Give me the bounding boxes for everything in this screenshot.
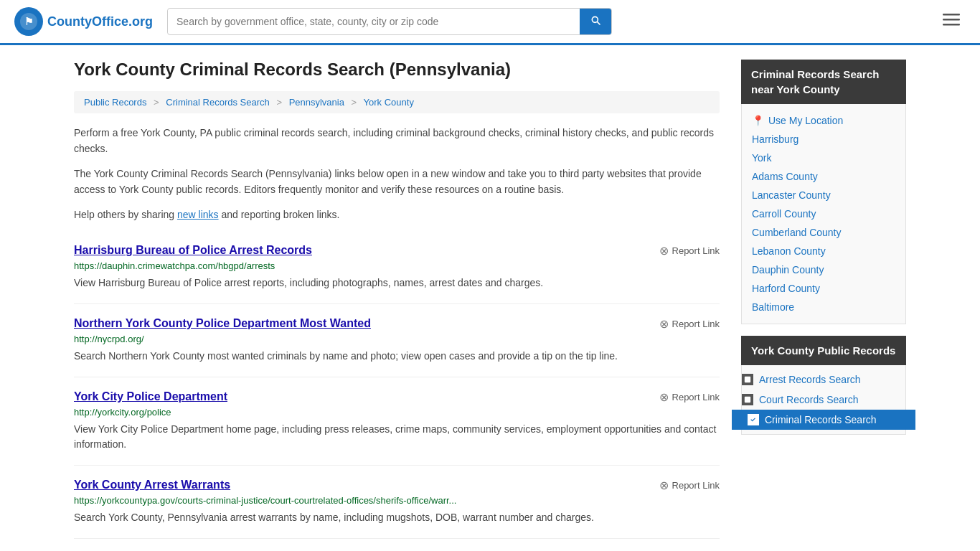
- result-description: View Harrisburg Bureau of Police arrest …: [74, 276, 720, 291]
- logo[interactable]: ⚑ CountyOffice.org: [14, 7, 153, 36]
- report-link-label: Report Link: [672, 319, 720, 329]
- sidebar-nearby-link[interactable]: York: [752, 149, 895, 167]
- sidebar-link-label: Arrest Records Search: [759, 374, 861, 385]
- result-url[interactable]: http://yorkcity.org/police: [74, 407, 720, 418]
- sidebar-nearby-link[interactable]: Adams County: [752, 167, 895, 186]
- search-input[interactable]: [168, 10, 580, 33]
- result-header: Northern York County Police Department M…: [74, 317, 720, 331]
- page-title: York County Criminal Records Search (Pen…: [74, 60, 720, 80]
- sidebar-nearby-header: Criminal Records Search near York County: [741, 60, 906, 104]
- result-item: Harrisburg Bureau of Police Arrest Recor…: [74, 231, 720, 304]
- report-link[interactable]: ⊗Report Link: [659, 479, 720, 492]
- report-link[interactable]: ⊗Report Link: [659, 244, 720, 258]
- new-links-link[interactable]: new links: [177, 209, 219, 220]
- logo-main: CountyOffice: [47, 14, 128, 29]
- breadcrumb-criminal-records[interactable]: Criminal Records Search: [166, 97, 270, 108]
- sidebar-public-records-header: York County Public Records: [741, 336, 906, 365]
- search-bar: [167, 8, 612, 35]
- report-link-label: Report Link: [672, 480, 720, 491]
- logo-text: CountyOffice.org: [47, 14, 153, 29]
- svg-text:⚑: ⚑: [24, 16, 34, 27]
- result-header: Harrisburg Bureau of Police Arrest Recor…: [74, 244, 720, 258]
- main-layout: York County Criminal Records Search (Pen…: [60, 45, 920, 551]
- result-item: York County Arrest Warrants⊗Report Linkh…: [74, 466, 720, 539]
- report-link-icon: ⊗: [659, 390, 669, 404]
- location-pin-icon: 📍: [752, 115, 764, 126]
- intro-paragraph-3: Help others by sharing new links and rep…: [74, 207, 720, 222]
- menu-button[interactable]: [937, 8, 966, 35]
- sidebar-public-records-link[interactable]: Court Records Search: [742, 390, 905, 410]
- sidebar-nearby-link[interactable]: Cumberland County: [752, 223, 895, 242]
- result-url[interactable]: http://nycrpd.org/: [74, 334, 720, 344]
- result-title[interactable]: Northern York County Police Department M…: [74, 317, 371, 330]
- sidebar-public-records-body: Arrest Records SearchCourt Records Searc…: [741, 365, 906, 435]
- sidebar-nearby-body: 📍 Use My Location HarrisburgYorkAdams Co…: [741, 104, 906, 324]
- breadcrumb-sep-3: >: [352, 97, 357, 108]
- sidebar-nearby-link[interactable]: Harford County: [752, 279, 895, 298]
- svg-rect-3: [943, 19, 960, 21]
- sidebar-nearby-link[interactable]: Lebanon County: [752, 242, 895, 260]
- report-link-label: Report Link: [672, 245, 720, 256]
- logo-suffix: .org: [128, 14, 153, 29]
- intro-paragraph-2: The York County Criminal Records Search …: [74, 166, 720, 198]
- result-item: York City Police Department⊗Report Linkh…: [74, 377, 720, 466]
- breadcrumb-york-county[interactable]: York County: [364, 97, 414, 108]
- result-url[interactable]: https://dauphin.crimewatchpa.com/hbgpd/a…: [74, 260, 720, 271]
- sidebar: Criminal Records Search near York County…: [741, 60, 906, 539]
- report-link-icon: ⊗: [659, 244, 669, 258]
- sidebar-link-icon: [742, 374, 753, 385]
- svg-rect-2: [943, 14, 960, 16]
- report-link-icon: ⊗: [659, 479, 669, 492]
- results-list: Harrisburg Bureau of Police Arrest Recor…: [74, 231, 720, 539]
- result-description: Search Northern York County most wanted …: [74, 349, 720, 364]
- sidebar-link-label: Court Records Search: [759, 394, 859, 405]
- breadcrumb: Public Records > Criminal Records Search…: [74, 91, 720, 113]
- breadcrumb-public-records[interactable]: Public Records: [84, 97, 146, 108]
- sidebar-link-icon: [742, 394, 753, 405]
- breadcrumb-sep-1: >: [154, 97, 159, 108]
- sidebar-public-records-link[interactable]: Criminal Records Search: [732, 410, 915, 430]
- sidebar-public-records-link[interactable]: Arrest Records Search: [742, 369, 905, 390]
- result-title[interactable]: Harrisburg Bureau of Police Arrest Recor…: [74, 244, 312, 257]
- sidebar-link-icon: [748, 414, 759, 425]
- result-title[interactable]: York County Arrest Warrants: [74, 479, 230, 491]
- breadcrumb-pennsylvania[interactable]: Pennsylvania: [289, 97, 344, 108]
- intro-3-prefix: Help others by sharing: [74, 209, 177, 220]
- result-item: Northern York County Police Department M…: [74, 304, 720, 377]
- sidebar-nearby-link[interactable]: Dauphin County: [752, 260, 895, 279]
- main-content: York County Criminal Records Search (Pen…: [74, 60, 720, 539]
- svg-rect-5: [745, 377, 750, 382]
- logo-icon: ⚑: [14, 7, 43, 36]
- result-title[interactable]: York City Police Department: [74, 390, 227, 403]
- result-header: York County Arrest Warrants⊗Report Link: [74, 479, 720, 492]
- search-button[interactable]: [580, 9, 611, 34]
- report-link-label: Report Link: [672, 392, 720, 402]
- header: ⚑ CountyOffice.org: [0, 0, 980, 45]
- use-my-location-link[interactable]: 📍 Use My Location: [752, 111, 895, 130]
- svg-rect-6: [745, 397, 750, 402]
- result-header: York City Police Department⊗Report Link: [74, 390, 720, 404]
- intro-paragraph-1: Perform a free York County, PA public cr…: [74, 125, 720, 157]
- sidebar-public-records-links: Arrest Records SearchCourt Records Searc…: [742, 369, 905, 430]
- sidebar-nearby-link[interactable]: Baltimore: [752, 298, 895, 316]
- result-description: Search York County, Pennsylvania arrest …: [74, 510, 720, 525]
- sidebar-nearby-link[interactable]: Carroll County: [752, 204, 895, 223]
- report-link-icon: ⊗: [659, 317, 669, 331]
- sidebar-link-label: Criminal Records Search: [765, 414, 877, 425]
- result-description: View York City Police Department home pa…: [74, 422, 720, 452]
- sidebar-nearby-links: HarrisburgYorkAdams CountyLancaster Coun…: [752, 130, 895, 316]
- svg-rect-4: [943, 24, 960, 26]
- sidebar-nearby-link[interactable]: Harrisburg: [752, 130, 895, 149]
- report-link[interactable]: ⊗Report Link: [659, 390, 720, 404]
- report-link[interactable]: ⊗Report Link: [659, 317, 720, 331]
- intro-3-suffix: and reporting broken links.: [219, 209, 340, 220]
- use-my-location-text: Use My Location: [768, 115, 843, 126]
- result-url[interactable]: https://yorkcountypa.gov/courts-criminal…: [74, 495, 720, 506]
- breadcrumb-sep-2: >: [276, 97, 282, 108]
- sidebar-nearby-link[interactable]: Lancaster County: [752, 186, 895, 204]
